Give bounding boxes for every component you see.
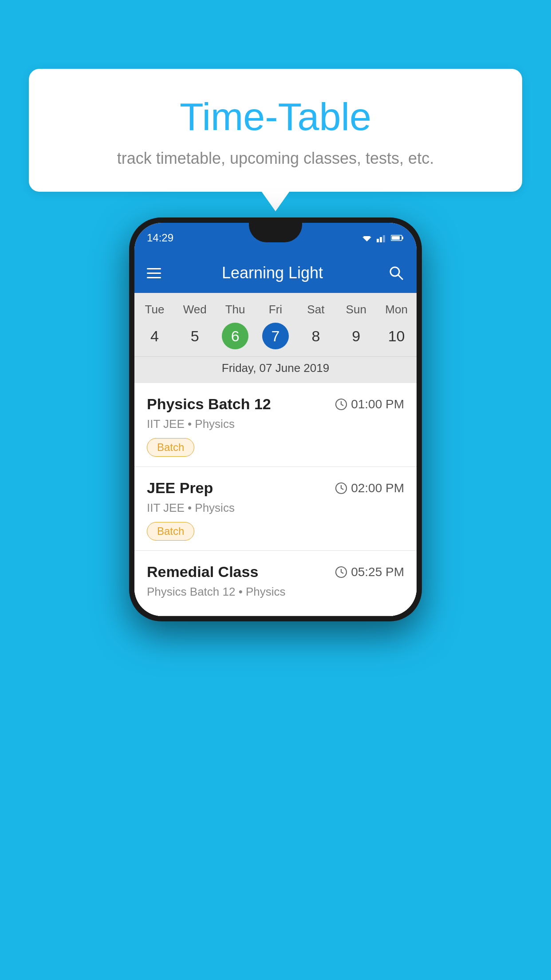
day-10[interactable]: 10 [376,323,417,349]
schedule-item-3-subtitle: Physics Batch 12 • Physics [147,585,404,599]
phone-outer: 14:29 [129,217,422,621]
schedule-item-1-time-label: 01:00 PM [351,397,404,411]
schedule-item-1-badge: Batch [147,438,194,457]
day-numbers: 4 5 6 7 8 9 10 [134,323,417,356]
app-bar-title: Learning Light [167,264,378,282]
search-icon [388,265,404,281]
schedule-item-3-header: Remedial Class 05:25 PM [147,563,404,581]
day-header-thu: Thu [215,301,256,318]
selected-date-label: Friday, 07 June 2019 [134,356,417,383]
signal-icon [377,233,387,242]
clock-icon-2 [335,482,347,494]
hamburger-line-3 [147,277,161,278]
day-6-today[interactable]: 6 [222,323,248,349]
schedule-item-1-title: Physics Batch 12 [147,395,271,413]
schedule-item-1-subtitle: IIT JEE • Physics [147,417,404,431]
day-5[interactable]: 5 [175,323,215,349]
battery-icon [391,234,404,241]
clock-icon-1 [335,398,347,411]
bubble-subtitle: track timetable, upcoming classes, tests… [47,147,504,170]
day-4[interactable]: 4 [134,323,175,349]
schedule-item-3-time-label: 05:25 PM [351,565,404,579]
status-icons [361,233,404,242]
schedule-item-2[interactable]: JEE Prep 02:00 PM IIT JEE • Physics Batc… [134,467,417,551]
svg-rect-6 [402,237,403,239]
schedule-item-2-title: JEE Prep [147,479,213,497]
day-9[interactable]: 9 [336,323,376,349]
schedule-item-3-time: 05:25 PM [335,565,404,579]
day-8[interactable]: 8 [295,323,336,349]
day-7-selected[interactable]: 7 [262,323,289,349]
speech-bubble: Time-Table track timetable, upcoming cla… [29,69,522,192]
day-headers: Tue Wed Thu Fri Sat Sun Mon [134,301,417,318]
svg-line-9 [398,275,403,280]
schedule-item-2-time: 02:00 PM [335,481,404,495]
schedule-item-1[interactable]: Physics Batch 12 01:00 PM IIT JEE • Phys… [134,383,417,467]
schedule-item-3[interactable]: Remedial Class 05:25 PM Physics Batch 12… [134,551,417,616]
day-header-fri: Fri [256,301,296,318]
search-button[interactable] [388,265,404,281]
app-bar: Learning Light [134,253,417,293]
status-time: 14:29 [147,232,173,244]
schedule-item-2-time-label: 02:00 PM [351,481,404,495]
schedule-item-3-title: Remedial Class [147,563,258,581]
schedule-list: Physics Batch 12 01:00 PM IIT JEE • Phys… [134,383,417,616]
svg-rect-2 [377,239,379,242]
day-header-wed: Wed [175,301,215,318]
hamburger-line-1 [147,268,161,269]
schedule-item-2-subtitle: IIT JEE • Physics [147,501,404,515]
clock-icon-3 [335,566,347,578]
day-header-sat: Sat [295,301,336,318]
day-header-tue: Tue [134,301,175,318]
day-header-sun: Sun [336,301,376,318]
notch-cutout [249,223,302,242]
phone-mockup: 14:29 [129,217,422,621]
hamburger-line-2 [147,273,161,274]
status-bar: 14:29 [134,223,417,253]
wifi-icon [361,233,373,242]
calendar-strip: Tue Wed Thu Fri Sat Sun Mon 4 5 6 7 8 9 … [134,293,417,383]
schedule-item-1-header: Physics Batch 12 01:00 PM [147,395,404,413]
bubble-title: Time-Table [47,95,504,138]
day-header-mon: Mon [376,301,417,318]
schedule-item-2-header: JEE Prep 02:00 PM [147,479,404,497]
schedule-item-1-time: 01:00 PM [335,397,404,411]
svg-rect-4 [383,235,385,242]
phone-inner: 14:29 [134,223,417,616]
schedule-item-2-badge: Batch [147,522,194,541]
svg-rect-7 [392,236,400,240]
speech-bubble-container: Time-Table track timetable, upcoming cla… [29,69,522,192]
svg-rect-3 [380,237,382,242]
hamburger-menu-button[interactable] [147,268,161,278]
